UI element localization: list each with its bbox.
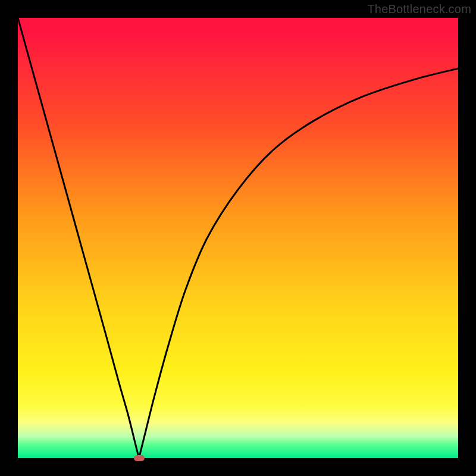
curve-svg [18,18,458,458]
curve-left-branch [18,18,139,458]
chart-frame: TheBottleneck.com [0,0,476,476]
watermark-text: TheBottleneck.com [367,2,471,16]
minimum-marker [134,455,145,461]
curve-right-branch [139,68,459,458]
plot-area [18,18,458,458]
